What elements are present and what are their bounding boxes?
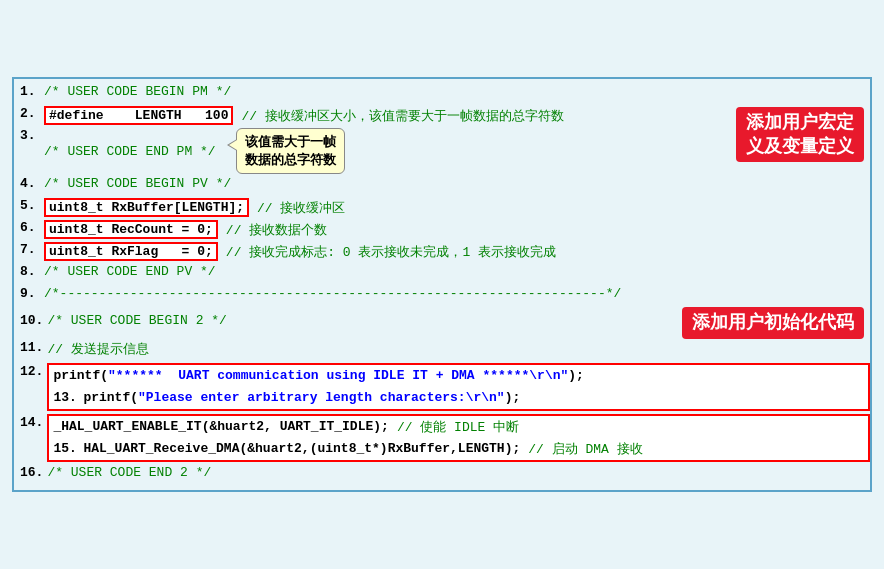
code-text-10: /* USER CODE BEGIN 2 */ bbox=[47, 313, 226, 328]
rxflag-box: uint8_t RxFlag = 0; bbox=[44, 242, 218, 261]
code-line-1: 1. /* USER CODE BEGIN PM */ bbox=[14, 83, 870, 105]
comment-5: // 接收缓冲区 bbox=[257, 199, 345, 217]
line-content-5: uint8_t RxBuffer[LENGTH]; // 接收缓冲区 bbox=[44, 198, 870, 217]
line-content-2: #define LENGTH 100 // 接收缓冲区大小，该值需要大于一帧数据… bbox=[44, 106, 726, 125]
code-text-1: /* USER CODE BEGIN PM */ bbox=[44, 84, 231, 99]
line-num-10: 10. bbox=[14, 313, 47, 328]
code-text-8: /* USER CODE END PV */ bbox=[44, 264, 216, 279]
line-content-1: /* USER CODE BEGIN PM */ bbox=[44, 84, 870, 99]
line-num-9: 9. bbox=[14, 286, 44, 301]
printf-line-13: 13. printf("Please enter arbitrary lengt… bbox=[53, 387, 864, 409]
uart-line-15: 15. HAL_UART_Receive_DMA(&huart2,(uint8_… bbox=[53, 438, 864, 460]
tooltip-bubble: 该值需大于一帧数据的总字符数 bbox=[236, 128, 345, 174]
line-content-8: /* USER CODE END PV */ bbox=[44, 264, 870, 279]
line-content-6: uint8_t RecCount = 0; // 接收数据个数 bbox=[44, 220, 870, 239]
line-num-5: 5. bbox=[14, 198, 44, 213]
code-line-16: 16. /* USER CODE END 2 */ bbox=[14, 464, 870, 486]
line-num-15-inner: 15. bbox=[53, 441, 83, 456]
code-line-7: 7. uint8_t RxFlag = 0; // 接收完成标志: 0 表示接收… bbox=[14, 241, 870, 263]
define-box: #define LENGTH 100 bbox=[44, 106, 233, 125]
comment-7: // 接收完成标志: 0 表示接收未完成，1 表示接收完成 bbox=[226, 243, 556, 261]
code-line-3: 3. /* USER CODE END PM */ 该值需大于一帧数据的总字符数 bbox=[14, 127, 726, 175]
code-line-2: 2. #define LENGTH 100 // 接收缓冲区大小，该值需要大于一… bbox=[14, 105, 726, 127]
line-num-16: 16. bbox=[14, 465, 47, 480]
line-content-4: /* USER CODE BEGIN PV */ bbox=[44, 176, 870, 191]
code-text-3: /* USER CODE END PM */ bbox=[44, 144, 216, 159]
printf-box: printf("****** UART communication using … bbox=[47, 363, 870, 411]
code-text-16: /* USER CODE END 2 */ bbox=[47, 465, 211, 480]
rxbuffer-box: uint8_t RxBuffer[LENGTH]; bbox=[44, 198, 249, 217]
code-line-5: 5. uint8_t RxBuffer[LENGTH]; // 接收缓冲区 bbox=[14, 197, 870, 219]
line-num-11: 11. bbox=[14, 340, 47, 355]
code-text-9: /*--------------------------------------… bbox=[44, 286, 621, 301]
comment-2: // 接收缓冲区大小，该值需要大于一帧数据的总字符数 bbox=[241, 107, 563, 125]
printf-line-12: printf("****** UART communication using … bbox=[53, 365, 864, 387]
line-content-7: uint8_t RxFlag = 0; // 接收完成标志: 0 表示接收未完成… bbox=[44, 242, 870, 261]
line-num-2: 2. bbox=[14, 106, 44, 121]
line-content-3: /* USER CODE END PM */ 该值需大于一帧数据的总字符数 bbox=[44, 128, 726, 174]
comment-15: // 启动 DMA 接收 bbox=[528, 440, 864, 458]
label-init-code: 添加用户初始化代码 bbox=[682, 307, 864, 338]
line-num-7: 7. bbox=[14, 242, 44, 257]
code-line-10: 10. /* USER CODE BEGIN 2 */ bbox=[14, 312, 672, 334]
line-num-12: 12. bbox=[14, 362, 47, 412]
line-num-14: 14. bbox=[14, 413, 47, 463]
code-line-8: 8. /* USER CODE END PV */ bbox=[14, 263, 870, 285]
line-num-13-inner: 13. bbox=[53, 390, 83, 405]
line-content-10: /* USER CODE BEGIN 2 */ bbox=[47, 313, 672, 328]
line-num-1: 1. bbox=[14, 84, 44, 99]
code-line-11: 11. // 发送提示信息 bbox=[14, 339, 870, 361]
line-num-4: 4. bbox=[14, 176, 44, 191]
uart-line-14: _HAL_UART_ENABLE_IT(&huart2, UART_IT_IDL… bbox=[53, 416, 864, 438]
line-content-9: /*--------------------------------------… bbox=[44, 286, 870, 301]
code-text-11: // 发送提示信息 bbox=[47, 340, 148, 358]
line-num-6: 6. bbox=[14, 220, 44, 235]
line-content-11: // 发送提示信息 bbox=[47, 340, 870, 358]
comment-6: // 接收数据个数 bbox=[226, 221, 327, 239]
line-num-8: 8. bbox=[14, 264, 44, 279]
comment-14: // 使能 IDLE 中断 bbox=[397, 418, 864, 436]
reccount-box: uint8_t RecCount = 0; bbox=[44, 220, 218, 239]
code-line-4: 4. /* USER CODE BEGIN PV */ bbox=[14, 175, 870, 197]
code-line-6: 6. uint8_t RecCount = 0; // 接收数据个数 bbox=[14, 219, 870, 241]
label-macro-def: 添加用户宏定义及变量定义 bbox=[736, 107, 864, 162]
code-text-4: /* USER CODE BEGIN PV */ bbox=[44, 176, 231, 191]
uart-box: _HAL_UART_ENABLE_IT(&huart2, UART_IT_IDL… bbox=[47, 414, 870, 462]
code-line-9: 9. /*-----------------------------------… bbox=[14, 285, 870, 307]
line-content-16: /* USER CODE END 2 */ bbox=[47, 465, 870, 480]
code-container: 1. /* USER CODE BEGIN PM */ 2. #define L… bbox=[12, 77, 872, 492]
line-num-3: 3. bbox=[14, 128, 44, 143]
